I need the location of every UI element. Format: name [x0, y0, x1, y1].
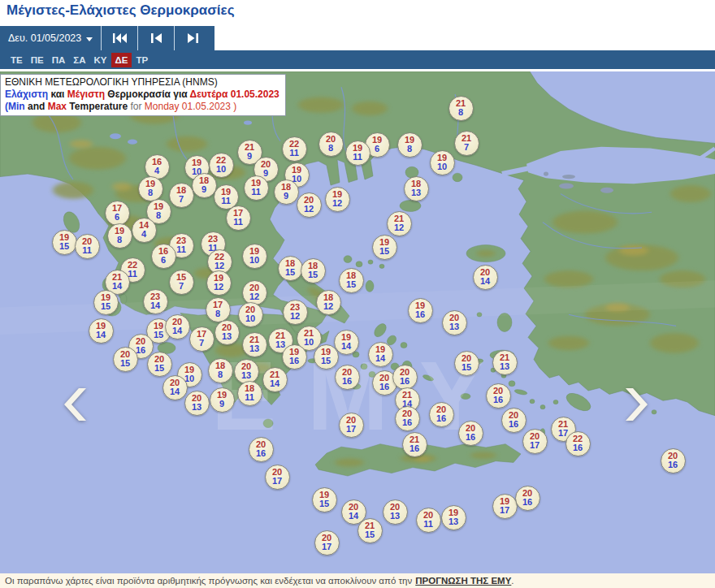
temp-bubble: 1813 — [404, 176, 429, 201]
min-temp: 16 — [436, 414, 446, 423]
min-temp: 12 — [249, 292, 259, 301]
temp-bubble: 2016 — [395, 406, 420, 431]
temp-bubble: 2016 — [661, 448, 686, 473]
min-temp: 16 — [466, 433, 475, 442]
min-temp: 6 — [161, 256, 166, 265]
temp-bubble: 2211 — [282, 136, 307, 162]
weather-map: ΕΜΥ ΕΘΝΙΚΗ ΜΕΤΕΩΡΟΛΟΓΙΚΗ ΥΠΗΡΕΣΙΑ (HNMS)… — [0, 71, 715, 573]
temp-bubble: 2015 — [147, 352, 172, 377]
carousel-prev-button[interactable] — [63, 388, 86, 424]
min-temp: 9 — [247, 152, 252, 161]
temp-bubble: 178 — [206, 297, 231, 322]
min-temp: 15 — [154, 331, 163, 339]
temp-bubble: 2017 — [265, 465, 290, 490]
min-temp: 13 — [448, 517, 458, 526]
day-tab-ΠΕ[interactable]: ΠΕ — [27, 53, 48, 67]
day-tab-ΤΡ[interactable]: ΤΡ — [132, 53, 152, 67]
date-label: Δευ. 01/05/2023 — [8, 32, 81, 44]
first-day-button[interactable] — [101, 26, 137, 50]
temp-bubble: 187 — [169, 183, 194, 208]
min-temp: 14 — [349, 512, 358, 521]
temp-bubble: 1914 — [368, 342, 393, 367]
temp-bubble: 198 — [107, 223, 132, 249]
temp-bubble: 177 — [189, 326, 214, 352]
temp-bubble: 2312 — [283, 300, 308, 325]
min-temp: 14 — [480, 277, 490, 286]
min-temp: 9 — [263, 169, 268, 178]
temp-bubble: 199 — [210, 387, 235, 413]
temp-bubble: 2015 — [113, 347, 138, 372]
temp-bubble: 1915 — [52, 230, 77, 255]
temp-bubble: 2013 — [383, 499, 408, 525]
min-temp: 8 — [148, 188, 153, 197]
min-temp: 16 — [415, 310, 425, 319]
temp-bubble: 2013 — [214, 320, 240, 345]
min-temp: 16 — [668, 460, 678, 469]
temp-bubble: 2216 — [566, 431, 591, 456]
temp-bubble: 2017 — [314, 530, 340, 556]
temp-bubble: 176 — [105, 201, 130, 226]
min-temp: 12 — [332, 199, 342, 208]
emy-forecast-link[interactable]: ΠΡΟΓΝΩΣΗ ΤΗΣ ΕΜΥ — [415, 576, 511, 586]
min-temp: 17 — [346, 425, 356, 434]
skip-to-first-icon — [113, 33, 127, 43]
date-dropdown[interactable]: Δευ. 01/05/2023 — [0, 26, 101, 50]
min-temp: 14 — [96, 331, 106, 339]
day-tab-ΤΕ[interactable]: ΤΕ — [6, 53, 27, 67]
temp-bubble: 1916 — [282, 344, 307, 370]
temp-bubble: 2016 — [335, 365, 360, 390]
min-temp: 15 — [120, 359, 130, 368]
day-tab-ΠΑ[interactable]: ΠΑ — [48, 53, 70, 67]
temp-bubble: 1812 — [316, 290, 341, 315]
min-temp: 12 — [323, 302, 333, 311]
day-tab-ΚΥ[interactable]: ΚΥ — [90, 53, 111, 67]
temp-bubble: 2014 — [473, 265, 498, 290]
min-temp: 4 — [141, 230, 146, 239]
min-temp: 11 — [245, 393, 254, 402]
next-day-button[interactable] — [174, 26, 210, 50]
temp-bubble: 1911 — [345, 141, 370, 166]
min-temp: 10 — [249, 256, 259, 265]
temp-bubble: 189 — [274, 179, 299, 205]
chevron-left-icon — [63, 388, 86, 421]
min-temp: 7 — [179, 195, 184, 204]
carousel-next-button[interactable] — [626, 388, 648, 424]
min-temp: 16 — [379, 383, 389, 391]
min-temp: 16 — [573, 443, 583, 452]
min-temp: 12 — [290, 312, 300, 321]
previous-day-button[interactable] — [137, 26, 174, 50]
min-temp: 14 — [375, 354, 385, 363]
temp-bubble: 217 — [454, 131, 479, 156]
temp-bubble: 1910 — [430, 150, 455, 175]
temp-bubble: 1811 — [237, 381, 262, 406]
temp-bubble: 166 — [151, 244, 176, 269]
min-temp: 11 — [233, 218, 243, 227]
min-temp: 15 — [365, 530, 375, 539]
day-tab-ΣΑ[interactable]: ΣΑ — [69, 53, 89, 67]
min-temp: 10 — [437, 162, 447, 171]
min-temp: 15 — [59, 242, 69, 251]
min-temp: 16 — [509, 420, 518, 429]
min-temp: 10 — [216, 165, 226, 174]
min-temp: 16 — [493, 396, 503, 404]
temp-bubble: 189 — [192, 173, 217, 198]
min-temp: 15 — [285, 268, 295, 277]
min-temp: 8 — [407, 145, 412, 153]
temp-bubble: 2011 — [75, 234, 100, 259]
temp-bubble: 2115 — [358, 518, 383, 543]
page-title: Μέγιστες-Ελάχιστες Θερμοκρασίες — [6, 2, 235, 19]
min-temp: 4 — [154, 166, 159, 175]
next-icon — [188, 33, 198, 43]
min-temp: 15 — [154, 364, 164, 373]
legend-max-el: Μέγιστη — [67, 89, 105, 100]
temp-bubble: 2012 — [297, 192, 322, 218]
temp-bubble: 188 — [208, 358, 233, 383]
min-temp: 11 — [289, 149, 299, 158]
min-temp: 8 — [328, 144, 333, 153]
legend-date-el: Δευτέρα 01.05.2023 — [190, 89, 280, 100]
temp-bubble: 2113 — [242, 332, 267, 357]
legend-min-en: Min — [8, 101, 25, 112]
day-tab-ΔΕ[interactable]: ΔΕ — [111, 53, 132, 67]
min-temp: 10 — [245, 314, 255, 323]
temp-bubble: 2014 — [165, 314, 190, 339]
